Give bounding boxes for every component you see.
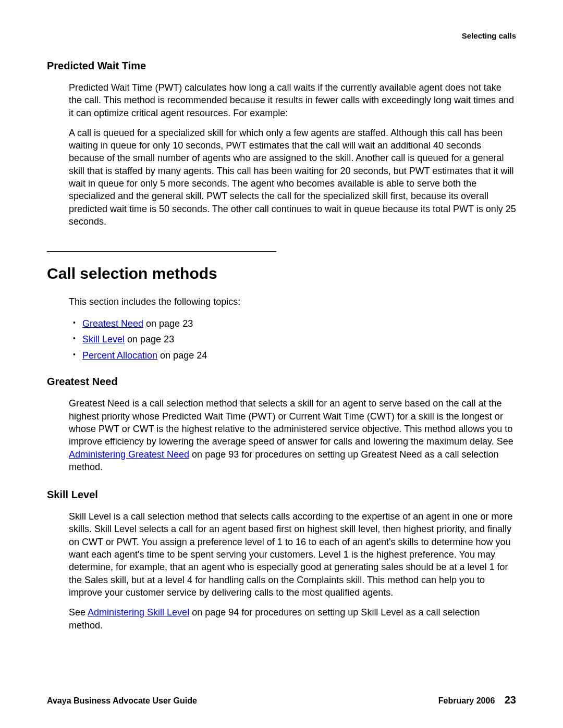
bullet-suffix: on page 23 (143, 318, 193, 329)
csm-bullet-list: Greatest Need on page 23 Skill Level on … (82, 316, 516, 364)
footer-right: February 2006 23 (438, 694, 516, 706)
sl-para2-pre: See (69, 607, 88, 618)
sl-para-2: See Administering Skill Level on page 94… (69, 606, 516, 632)
list-item: Skill Level on page 23 (82, 331, 516, 348)
pwt-heading: Predicted Wait Time (47, 60, 516, 72)
gn-heading: Greatest Need (47, 376, 516, 388)
list-item: Greatest Need on page 23 (82, 316, 516, 332)
link-administering-greatest-need[interactable]: Administering Greatest Need (69, 449, 189, 460)
gn-para-pre: Greatest Need is a call selection method… (69, 398, 513, 447)
header-section-label: Selecting calls (462, 31, 516, 40)
link-greatest-need[interactable]: Greatest Need (82, 318, 143, 329)
csm-heading: Call selection methods (47, 265, 516, 282)
pwt-para-1: Predicted Wait Time (PWT) calculates how… (69, 81, 516, 119)
sl-para-1: Skill Level is a call selection method t… (69, 510, 516, 599)
section-divider (47, 251, 276, 252)
pwt-para-2: A call is queued for a specialized skill… (69, 127, 516, 228)
bullet-suffix: on page 23 (125, 334, 174, 344)
footer-date: February 2006 (438, 696, 495, 705)
list-item: Percent Allocation on page 24 (82, 348, 516, 364)
bullet-suffix: on page 24 (157, 350, 207, 361)
link-percent-allocation[interactable]: Percent Allocation (82, 350, 157, 361)
link-skill-level[interactable]: Skill Level (82, 334, 125, 344)
link-administering-skill-level[interactable]: Administering Skill Level (88, 607, 189, 618)
gn-para-1: Greatest Need is a call selection method… (69, 397, 516, 473)
csm-intro: This section includes the following topi… (69, 295, 516, 308)
footer-page-number: 23 (505, 694, 516, 706)
footer-doc-title: Avaya Business Advocate User Guide (47, 696, 197, 706)
page-content: Predicted Wait Time Predicted Wait Time … (47, 60, 516, 632)
page-footer: Avaya Business Advocate User Guide Febru… (47, 694, 516, 706)
sl-heading: Skill Level (47, 489, 516, 501)
